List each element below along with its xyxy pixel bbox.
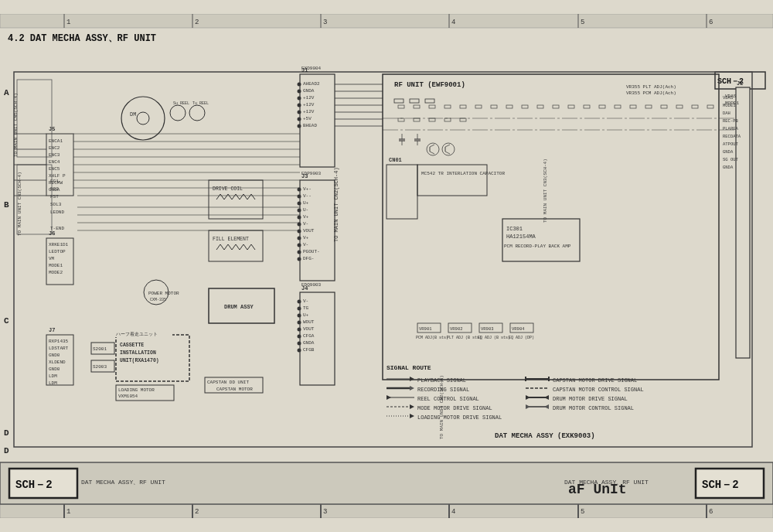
svg-text:MODE1: MODE1: [725, 101, 739, 106]
svg-text:V-: V-: [303, 298, 308, 304]
svg-text:CXM-335: CXM-335: [150, 298, 166, 302]
svg-text:VR902: VR902: [450, 326, 463, 332]
svg-text:FG2: FG2: [50, 186, 59, 192]
svg-text:DRIVE COIL: DRIVE COIL: [213, 186, 243, 192]
svg-text:DRUM MOTOR CONTROL SIGNAL: DRUM MOTOR CONTROL SIGNAL: [553, 405, 634, 411]
svg-text:+12V: +12V: [303, 102, 315, 107]
svg-text:CAPSTAN DD UNIT: CAPSTAN DD UNIT: [207, 380, 249, 385]
svg-point-86: [298, 90, 301, 94]
svg-text:U-: U-: [303, 207, 308, 213]
svg-point-114: [298, 244, 301, 247]
svg-text:GNDA: GNDA: [303, 88, 315, 94]
svg-text:LDSTART: LDSTART: [49, 346, 69, 351]
svg-text:+12V: +12V: [303, 95, 315, 101]
svg-text:J6: J6: [49, 230, 55, 237]
svg-text:VR904: VR904: [512, 326, 525, 332]
svg-point-134: [298, 342, 301, 346]
svg-point-129: [298, 307, 301, 311]
svg-point-108: [298, 202, 301, 206]
svg-text:CAPSTAN MOTOR: CAPSTAN MOTOR: [216, 387, 253, 392]
svg-text:VR901: VR901: [419, 326, 432, 332]
svg-text:RECORDING SIGNAL: RECORDING SIGNAL: [417, 387, 469, 393]
svg-point-112: [298, 230, 301, 234]
svg-text:1: 1: [66, 508, 70, 516]
svg-text:V--: V--: [303, 193, 312, 199]
svg-text:SCH－2: SCH－2: [702, 479, 739, 491]
svg-text:DM: DM: [130, 111, 136, 118]
svg-text:XLDEND: XLDEND: [49, 360, 66, 365]
svg-text:ENC2: ENC2: [49, 145, 60, 151]
svg-text:LEDND: LEDND: [50, 210, 64, 215]
svg-text:2: 2: [195, 508, 199, 516]
svg-text:4: 4: [451, 508, 455, 516]
svg-point-89: [298, 111, 301, 114]
svg-text:PCM RECORD-PLAY BACK AMP: PCM RECORD-PLAY BACK AMP: [504, 244, 571, 249]
svg-rect-1: [0, 14, 773, 28]
svg-point-130: [298, 314, 301, 318]
svg-text:ENC3: ENC3: [49, 152, 60, 158]
svg-text:GNDA: GNDA: [723, 149, 734, 155]
svg-text:+5V: +5V: [303, 116, 312, 121]
svg-text:1: 1: [66, 19, 70, 26]
svg-text:HA12154MA: HA12154MA: [506, 234, 536, 240]
svg-text:PCM ADJ(B sts): PCM ADJ(B sts): [416, 336, 448, 340]
svg-text:BHEAD: BHEAD: [303, 123, 317, 128]
svg-text:VDAS: VDAS: [725, 94, 737, 99]
svg-point-91: [298, 124, 301, 128]
svg-text:3: 3: [323, 508, 327, 516]
svg-text:FST: FST: [50, 194, 59, 200]
svg-text:RECDATA: RECDATA: [723, 134, 741, 139]
svg-text:PLT ADJ (B sts): PLT ADJ (B sts): [447, 336, 482, 340]
svg-text:EXD9004: EXD9004: [301, 66, 322, 71]
svg-point-115: [298, 251, 301, 254]
svg-text:WOUT: WOUT: [303, 319, 315, 325]
svg-text:DFG-: DFG-: [303, 256, 314, 261]
svg-text:aF UnIt: aF UnIt: [568, 482, 627, 497]
svg-text:DAT MECHA ASSY、RF UNIT: DAT MECHA ASSY、RF UNIT: [81, 479, 165, 486]
svg-text:4: 4: [451, 19, 455, 26]
svg-text:FILL ELEMENT: FILL ELEMENT: [213, 237, 249, 242]
svg-text:SCH－2: SCH－2: [15, 479, 53, 491]
svg-text:VR903: VR903: [481, 326, 494, 332]
svg-point-110: [298, 216, 301, 220]
svg-text:CFGA: CFGA: [303, 333, 315, 339]
svg-text:J5: J5: [49, 126, 55, 132]
svg-text:DRUM ASSY: DRUM ASSY: [224, 304, 254, 310]
svg-rect-273: [0, 504, 773, 518]
svg-text:MODE2: MODE2: [49, 270, 63, 275]
svg-text:GND0: GND0: [49, 367, 60, 372]
svg-text:V-: V-: [303, 221, 308, 227]
svg-text:ハーフ着走ユニット: ハーフ着走ユニット: [115, 331, 158, 337]
svg-text:5: 5: [581, 19, 584, 26]
svg-text:2: 2: [195, 19, 199, 26]
svg-text:D: D: [4, 428, 9, 438]
svg-text:CAPSTAN MOTOR DRIVE SIGNAL: CAPSTAN MOTOR DRIVE SIGNAL: [553, 377, 637, 384]
svg-text:EDQ9003: EDQ9003: [301, 282, 322, 288]
svg-text:LDM: LDM: [49, 380, 57, 386]
svg-text:4.2 DAT MECHA ASSY、RF UNIT: 4.2 DAT MECHA ASSY、RF UNIT: [8, 33, 156, 44]
svg-text:MC542 TR INTERLATION CAPACITOR: MC542 TR INTERLATION CAPACITOR: [421, 171, 505, 176]
svg-text:A: A: [4, 88, 9, 97]
svg-text:EDP9003: EDP9003: [301, 171, 322, 176]
svg-text:REC-PB: REC-PB: [723, 118, 739, 124]
svg-text:DAH: DAH: [723, 111, 730, 116]
svg-text:GND0: GND0: [49, 353, 60, 358]
svg-text:V-: V-: [303, 242, 308, 247]
svg-text:VM: VM: [49, 256, 55, 261]
svg-text:ENCA1: ENCA1: [49, 138, 63, 144]
svg-point-113: [298, 237, 301, 240]
svg-point-109: [298, 209, 301, 213]
svg-text:VOUT: VOUT: [303, 228, 315, 234]
svg-point-132: [298, 328, 301, 332]
svg-point-135: [298, 349, 301, 353]
svg-text:Su REEL: Su REEL: [173, 101, 189, 106]
svg-text:PLAREA: PLAREA: [723, 126, 739, 131]
schematic-svg: 1 2 3 4 5 6 4.2 DAT MECHA ASSY、RF UNIT A…: [0, 14, 773, 518]
svg-point-133: [298, 335, 301, 339]
svg-text:XHLF P: XHLF P: [49, 173, 66, 179]
svg-text:+12V: +12V: [303, 109, 315, 114]
svg-text:5: 5: [581, 508, 584, 516]
svg-text:U+: U+: [303, 200, 309, 206]
svg-text:TO MAIN UNIT CN5(SCH-4): TO MAIN UNIT CN5(SCH-4): [13, 93, 19, 157]
svg-text:B: B: [4, 200, 9, 210]
